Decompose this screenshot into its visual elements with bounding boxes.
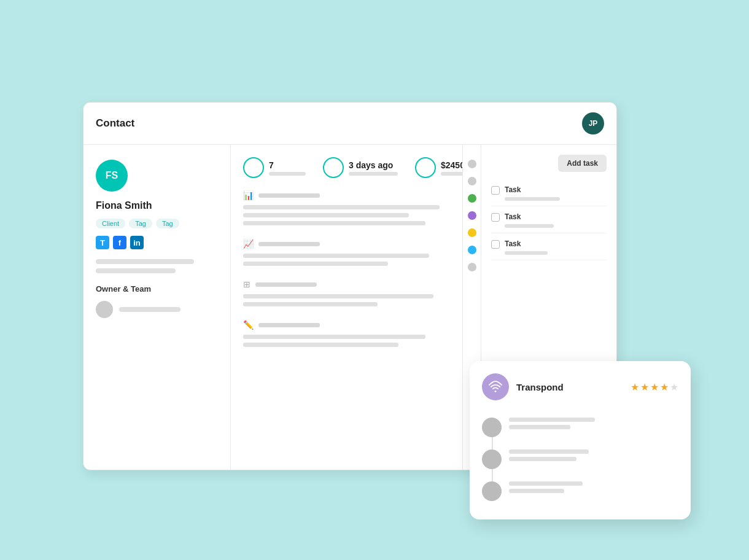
section-title-line-2 — [258, 242, 320, 246]
stat-circle-1 — [243, 157, 264, 178]
section-icon-row-4: ✏️ — [243, 320, 450, 330]
content-lines-2 — [243, 254, 450, 266]
dot-6[interactable] — [468, 246, 476, 254]
stars-row: ★ ★ ★ ★ ★ — [631, 381, 678, 393]
task-checkbox-3[interactable] — [491, 240, 500, 249]
section-title-line-3 — [255, 282, 317, 287]
transpond-name: Transpond — [516, 382, 623, 392]
user-avatar[interactable]: JP — [582, 112, 604, 134]
star-4: ★ — [660, 381, 669, 393]
activity-lines-2 — [509, 449, 678, 461]
card-header: Contact JP — [83, 103, 616, 145]
task-line-2 — [505, 224, 554, 228]
stats-row: 7 3 days ago — [243, 157, 463, 178]
stat-value-2: 3 days ago — [349, 160, 398, 170]
stat-circle-2 — [323, 157, 344, 178]
task-info-1: Task — [505, 185, 560, 201]
line-chart-icon: 📈 — [243, 239, 254, 249]
left-panel: FS Fiona Smith Client Tag Tag T f in Own… — [83, 145, 231, 470]
tags-row: Client Tag Tag — [96, 219, 218, 228]
task-item-3: Task — [491, 235, 607, 260]
stat-item-2: 3 days ago — [323, 157, 398, 178]
task-checkbox-2[interactable] — [491, 213, 500, 222]
activity-item-2 — [482, 443, 678, 475]
activity-avatar-2 — [482, 449, 502, 469]
star-3: ★ — [650, 381, 659, 393]
owner-name-line — [119, 307, 180, 312]
task-item-1: Task — [491, 181, 607, 206]
section-icon-row-2: 📈 — [243, 239, 450, 249]
content-lines-1 — [243, 205, 450, 225]
task-label-3: Task — [505, 239, 548, 248]
tag-1[interactable]: Tag — [129, 219, 152, 228]
contact-avatar: FS — [96, 160, 128, 192]
facebook-icon[interactable]: f — [113, 236, 126, 249]
edit-icon: ✏️ — [243, 320, 254, 330]
section-title-line-4 — [258, 323, 320, 327]
info-line-1 — [96, 259, 194, 264]
section-title-line-1 — [258, 193, 320, 198]
owner-section-heading: Owner & Team — [96, 284, 218, 294]
stats-section: 7 3 days ago — [243, 157, 450, 190]
grid-icon: ⊞ — [243, 279, 250, 289]
transpond-card: Transpond ★ ★ ★ ★ ★ — [470, 361, 691, 519]
social-icons: T f in — [96, 236, 218, 249]
middle-panel: 7 3 days ago — [231, 145, 463, 470]
section-block-2: 📈 — [243, 239, 450, 266]
dot-7[interactable] — [468, 263, 476, 271]
content-lines-3 — [243, 294, 450, 306]
star-1: ★ — [631, 381, 639, 393]
section-block-1: 📊 — [243, 190, 450, 225]
task-item-2: Task — [491, 208, 607, 233]
activity-avatar-1 — [482, 418, 502, 437]
stat-circle-3 — [415, 157, 436, 178]
dot-3[interactable] — [468, 194, 476, 203]
task-info-3: Task — [505, 239, 548, 255]
transpond-header: Transpond ★ ★ ★ ★ ★ — [482, 373, 678, 400]
tag-2[interactable]: Tag — [156, 219, 179, 228]
activity-item-1 — [482, 411, 678, 443]
task-label-1: Task — [505, 185, 560, 194]
stat-item-1: 7 — [243, 157, 306, 178]
contact-name: Fiona Smith — [96, 200, 218, 211]
star-5: ★ — [670, 381, 678, 393]
task-label-2: Task — [505, 212, 554, 221]
task-line-1 — [505, 197, 560, 201]
dot-2[interactable] — [468, 177, 476, 185]
owner-avatar — [96, 301, 113, 318]
task-checkbox-1[interactable] — [491, 186, 500, 195]
section-icon-row-1: 📊 — [243, 190, 450, 200]
dot-1[interactable] — [468, 160, 476, 168]
stat-value-3: $2450 — [441, 160, 463, 170]
activity-avatar-3 — [482, 481, 502, 501]
stat-value-1: 7 — [269, 160, 306, 170]
section-block-3: ⊞ — [243, 279, 450, 306]
twitter-icon[interactable]: T — [96, 236, 109, 249]
section-icon-row-3: ⊞ — [243, 279, 450, 289]
activity-list — [482, 411, 678, 507]
linkedin-icon[interactable]: in — [130, 236, 144, 249]
star-2: ★ — [640, 381, 649, 393]
card-title: Contact — [96, 117, 134, 130]
stat-line-3 — [441, 172, 463, 176]
owner-row — [96, 301, 218, 318]
activity-lines-3 — [509, 481, 678, 493]
task-list: Task Task Task — [491, 181, 607, 260]
bar-chart-icon: 📊 — [243, 190, 254, 200]
transpond-logo — [482, 373, 509, 400]
task-info-2: Task — [505, 212, 554, 228]
svg-point-0 — [495, 391, 497, 392]
stat-line-2 — [349, 172, 398, 176]
stat-content-1: 7 — [269, 160, 306, 176]
dot-5[interactable] — [468, 228, 476, 237]
activity-lines-1 — [509, 418, 678, 429]
info-line-2 — [96, 268, 176, 273]
dot-4[interactable] — [468, 211, 476, 220]
stat-line-1 — [269, 172, 306, 176]
add-task-button[interactable]: Add task — [558, 155, 607, 172]
tag-client[interactable]: Client — [96, 219, 125, 228]
section-block-4: ✏️ — [243, 320, 450, 347]
activity-item-3 — [482, 475, 678, 507]
stat-content-3: $2450 — [441, 160, 463, 176]
stat-item-3: $2450 — [415, 157, 463, 178]
